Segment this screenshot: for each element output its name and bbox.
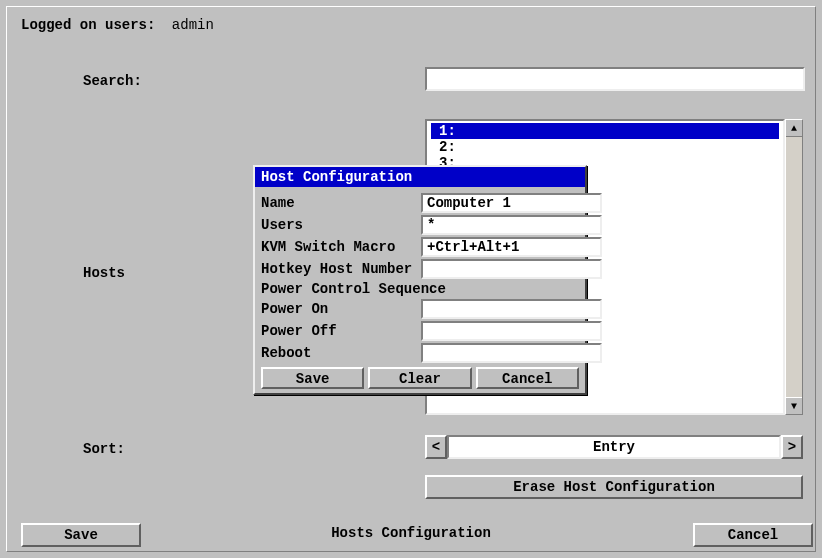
dialog-save-button[interactable]: Save <box>261 367 364 389</box>
sort-selector: < Entry > <box>425 435 803 459</box>
list-item[interactable]: 1: <box>431 123 779 139</box>
name-input[interactable] <box>421 193 602 213</box>
power-off-input[interactable] <box>421 321 602 341</box>
scroll-up-icon[interactable]: ▲ <box>786 120 802 137</box>
sort-value: Entry <box>447 435 781 459</box>
hotkey-label: Hotkey Host Number <box>261 261 421 277</box>
reboot-label: Reboot <box>261 345 421 361</box>
power-control-section-label: Power Control Sequence <box>261 281 579 297</box>
sort-prev-button[interactable]: < <box>425 435 447 459</box>
sort-label: Sort: <box>83 441 125 457</box>
erase-host-config-button[interactable]: Erase Host Configuration <box>425 475 803 499</box>
name-label: Name <box>261 195 421 211</box>
reboot-input[interactable] <box>421 343 602 363</box>
users-input[interactable] <box>421 215 602 235</box>
hosts-label: Hosts <box>83 265 125 281</box>
users-label: Users <box>261 217 421 233</box>
dialog-title: Host Configuration <box>255 167 585 187</box>
logged-label: Logged on users: <box>21 17 155 33</box>
listbox-scrollbar[interactable]: ▲ ▼ <box>785 119 803 415</box>
host-config-dialog: Host Configuration Name Users KVM Switch… <box>253 165 587 395</box>
cancel-button[interactable]: Cancel <box>693 523 813 547</box>
hotkey-input[interactable] <box>421 259 602 279</box>
list-item[interactable]: 2: <box>431 139 779 155</box>
power-off-label: Power Off <box>261 323 421 339</box>
kvm-macro-input[interactable] <box>421 237 602 257</box>
scroll-down-icon[interactable]: ▼ <box>786 397 802 414</box>
sort-next-button[interactable]: > <box>781 435 803 459</box>
dialog-body: Name Users KVM Switch Macro Hotkey Host … <box>255 187 585 393</box>
dialog-cancel-button[interactable]: Cancel <box>476 367 579 389</box>
search-input[interactable] <box>425 67 805 91</box>
power-on-input[interactable] <box>421 299 602 319</box>
main-panel: Logged on users: admin Search: Hosts 1: … <box>6 6 816 552</box>
kvm-macro-label: KVM Switch Macro <box>261 239 421 255</box>
logged-on-users: Logged on users: admin <box>21 17 214 33</box>
search-label: Search: <box>83 73 142 89</box>
logged-value: admin <box>172 17 214 33</box>
power-on-label: Power On <box>261 301 421 317</box>
dialog-clear-button[interactable]: Clear <box>368 367 471 389</box>
